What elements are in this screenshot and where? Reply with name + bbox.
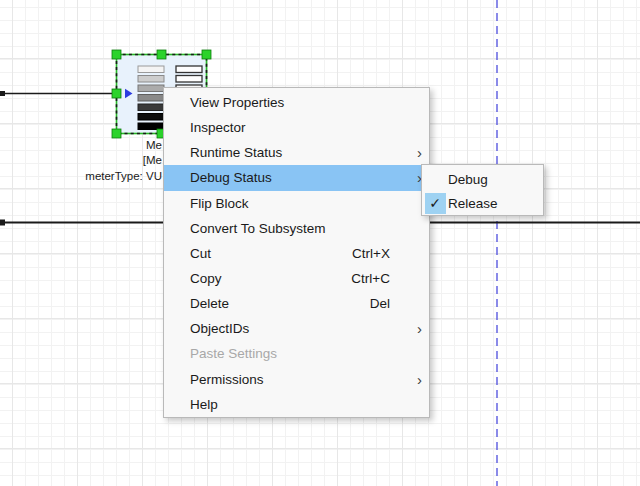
block-label-line: Me: [40, 138, 162, 153]
submenu-chevron-icon: ›: [404, 320, 429, 337]
menu-item-view-properties[interactable]: View Properties: [164, 90, 429, 115]
submenu-chevron-icon: ›: [404, 144, 429, 161]
menu-item-help[interactable]: Help: [164, 392, 429, 417]
menu-shortcut: Ctrl+X: [352, 246, 404, 261]
signal-line-bottom-stub: [0, 220, 5, 226]
menu-item-permissions[interactable]: Permissions ›: [164, 367, 429, 392]
menu-shortcut: Del: [370, 296, 404, 311]
menu-item-copy[interactable]: Copy Ctrl+C: [164, 266, 429, 291]
menu-item-flip-block[interactable]: Flip Block: [164, 191, 429, 216]
selection-handle[interactable]: [112, 129, 121, 138]
menu-item-debug-status[interactable]: Debug Status ›: [164, 165, 429, 190]
selection-handle[interactable]: [112, 50, 121, 59]
menu-item-runtime-status[interactable]: Runtime Status ›: [164, 140, 429, 165]
menu-shortcut: Ctrl+C: [351, 271, 404, 286]
signal-line-top-stub: [0, 91, 5, 96]
block-label-line: [Me: [40, 153, 162, 168]
submenu-chevron-icon: ›: [404, 371, 429, 388]
checkmark-icon: ✓: [425, 193, 446, 214]
selection-handle[interactable]: [112, 89, 121, 98]
context-menu: View Properties Inspector Runtime Status…: [163, 87, 430, 418]
diagram-canvas[interactable]: Me [Me meterType: VU View Properties Ins…: [0, 0, 640, 486]
menu-item-convert-to-subsystem[interactable]: Convert To Subsystem: [164, 216, 429, 241]
menu-item-paste-settings: Paste Settings: [164, 341, 429, 366]
menu-item-cut[interactable]: Cut Ctrl+X: [164, 241, 429, 266]
menu-item-inspector[interactable]: Inspector: [164, 115, 429, 140]
block-label[interactable]: Me [Me meterType: VU: [40, 138, 162, 184]
submenu-item-release[interactable]: ✓ Release: [422, 191, 543, 215]
menu-item-objectids[interactable]: ObjectIDs ›: [164, 316, 429, 341]
block-label-line: meterType: VU: [40, 169, 162, 184]
submenu-item-debug[interactable]: Debug: [422, 167, 543, 191]
selection-handle[interactable]: [202, 50, 211, 59]
menu-item-delete[interactable]: Delete Del: [164, 291, 429, 316]
debug-status-submenu: Debug ✓ Release: [421, 164, 544, 216]
check-placeholder: [425, 169, 446, 190]
selection-handle[interactable]: [157, 50, 166, 59]
